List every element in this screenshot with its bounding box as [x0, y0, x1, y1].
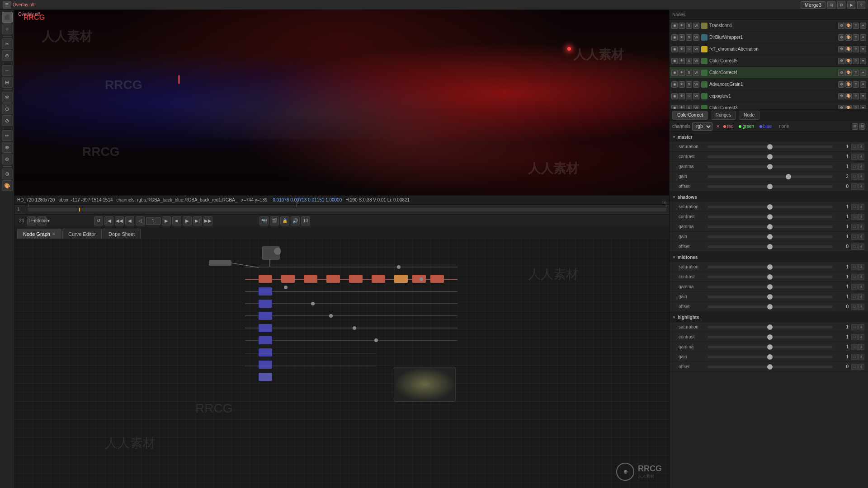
node-solo-btn-4[interactable]: S: [686, 70, 692, 76]
tool-eye[interactable]: ⊙: [2, 103, 13, 114]
node-solo-btn-7[interactable]: S: [686, 105, 692, 110]
node-row-dirblur[interactable]: ◉ 👁 S W DirBlurWrapper1 ⚙ 🎨 ? ▾: [670, 32, 868, 43]
shadows-sat-slider[interactable]: [708, 206, 832, 208]
next-frame-btn[interactable]: ▶|: [193, 216, 202, 225]
node-active-toggle-0[interactable]: ◉: [671, 23, 678, 29]
node-color-pick-0[interactable]: 🎨: [845, 23, 852, 29]
node-settings-0[interactable]: ⚙: [838, 23, 844, 29]
node-settings-4[interactable]: ⚙: [838, 70, 844, 76]
master-con-slider[interactable]: [708, 155, 832, 158]
h2-b2[interactable]: 4: [858, 344, 864, 350]
node-settings-7[interactable]: ⚙: [838, 105, 844, 110]
master-sat-sw1[interactable]: □: [851, 144, 858, 150]
master-sat-sw2[interactable]: 4: [858, 144, 864, 150]
node-pass-btn-1[interactable]: W: [693, 34, 699, 41]
hi-sat-slider[interactable]: [708, 326, 832, 328]
audio-btn[interactable]: 🔊: [291, 216, 300, 225]
cc-tab-colorcorrect[interactable]: ColorCorrect: [672, 111, 708, 120]
node-help-7[interactable]: ?: [853, 105, 859, 110]
tool-pen[interactable]: ✏: [2, 130, 13, 141]
node-row-grain[interactable]: ◉ 👁 S W AdvancedGrain1 ⚙ 🎨 ? ▾: [670, 79, 868, 90]
master-gam-sw2[interactable]: 4: [858, 164, 864, 170]
tool-cut[interactable]: ✂: [2, 38, 13, 49]
node-active-toggle-4[interactable]: ◉: [671, 70, 678, 76]
s3-b2[interactable]: 4: [858, 234, 864, 240]
node-pass-btn-4[interactable]: W: [693, 70, 699, 76]
h4-b1[interactable]: □: [851, 364, 858, 370]
m2-b2[interactable]: 4: [858, 284, 864, 290]
h1-b1[interactable]: □: [851, 334, 858, 340]
frame-input[interactable]: [146, 217, 160, 225]
settings-icon[interactable]: ⚙: [837, 1, 845, 9]
s3-b1[interactable]: □: [851, 234, 858, 240]
h3-b2[interactable]: 4: [858, 354, 864, 360]
node-active-toggle-5[interactable]: ◉: [671, 81, 678, 88]
tool-grid[interactable]: ⊞: [2, 77, 13, 88]
node-settings-2[interactable]: ⚙: [838, 46, 844, 52]
node-expand-1[interactable]: ▾: [860, 34, 866, 41]
h4-b2[interactable]: 4: [858, 364, 864, 370]
m4-b2[interactable]: 4: [858, 304, 864, 310]
tool-move[interactable]: ↔: [2, 65, 13, 76]
tool-select[interactable]: ⬛: [2, 12, 13, 23]
node-expand-2[interactable]: ▾: [860, 46, 866, 52]
node-solo-btn-6[interactable]: S: [686, 93, 692, 99]
s1-b2[interactable]: 4: [858, 214, 864, 220]
s1-b1[interactable]: □: [851, 214, 858, 220]
master-con-sw2[interactable]: 4: [858, 154, 864, 160]
node-settings-1[interactable]: ⚙: [838, 34, 844, 41]
node-settings-5[interactable]: ⚙: [838, 81, 844, 88]
s0-b1[interactable]: □: [851, 204, 858, 210]
master-gain-slider[interactable]: [708, 175, 832, 178]
hi-offset-slider[interactable]: [708, 366, 832, 368]
mid-sat-slider[interactable]: [708, 266, 832, 268]
loop-btn[interactable]: ↺: [94, 216, 103, 225]
node-expand-7[interactable]: ▾: [860, 105, 866, 110]
channel-badge-blue[interactable]: blue: [758, 123, 774, 129]
node-view-btn-4[interactable]: 👁: [679, 70, 685, 76]
hi-gain-slider[interactable]: [708, 356, 832, 358]
s0-b2[interactable]: 4: [858, 204, 864, 210]
s2-b2[interactable]: 4: [858, 224, 864, 230]
node-row-cc4[interactable]: ◉ 👁 S W ColorCorrect4 ⚙ 🎨 ? ▾: [670, 67, 868, 79]
master-gam-sw1[interactable]: □: [851, 164, 858, 170]
node-pass-btn-2[interactable]: W: [693, 46, 699, 52]
shadows-gain-slider[interactable]: [708, 235, 832, 238]
s4-b2[interactable]: 4: [858, 244, 864, 250]
render-icon[interactable]: ▶: [847, 1, 855, 9]
node-pass-btn-3[interactable]: W: [693, 58, 699, 64]
node-settings-6[interactable]: ⚙: [838, 93, 844, 99]
node-row-transform1[interactable]: ◉ 👁 S W Transform1 ⚙ 🎨 ? ▾: [670, 20, 868, 32]
global-dropdown[interactable]: Global ▾: [38, 216, 47, 225]
m1-b2[interactable]: 4: [858, 274, 864, 280]
node-help-1[interactable]: ?: [853, 34, 859, 41]
channel-badge-green[interactable]: green: [737, 123, 756, 129]
node-expand-6[interactable]: ▾: [860, 93, 866, 99]
h0-b1[interactable]: □: [851, 324, 858, 330]
node-solo-btn-0[interactable]: S: [686, 23, 692, 29]
render-still-btn[interactable]: 📷: [259, 216, 269, 225]
node-row-cc5[interactable]: ◉ 👁 S W ColorCorrect5 ⚙ 🎨 ? ▾: [670, 55, 868, 67]
node-color-pick-2[interactable]: 🎨: [845, 46, 852, 52]
master-offset-sw1[interactable]: □: [851, 183, 858, 190]
s2-b1[interactable]: □: [851, 224, 858, 230]
master-gain-sw2[interactable]: 4: [858, 174, 864, 180]
h2-b1[interactable]: □: [851, 344, 858, 350]
cc-expand-btn[interactable]: ⊞: [852, 123, 858, 130]
node-view-btn-3[interactable]: 👁: [679, 58, 685, 64]
cc-section-highlights-header[interactable]: ▼ highlights: [670, 312, 868, 322]
node-help-0[interactable]: ?: [853, 23, 859, 29]
node-help-2[interactable]: ?: [853, 46, 859, 52]
node-help-5[interactable]: ?: [853, 81, 859, 88]
m0-b2[interactable]: 4: [858, 264, 864, 270]
node-color-pick-6[interactable]: 🎨: [845, 93, 852, 99]
cc-channels-select[interactable]: rgb: [692, 122, 712, 131]
render-range-btn[interactable]: 🎬: [270, 216, 279, 225]
tool-gear[interactable]: ⚙: [2, 169, 13, 179]
h3-b1[interactable]: □: [851, 354, 858, 360]
lock-btn[interactable]: 🔒: [280, 216, 289, 225]
node-view-btn-2[interactable]: 👁: [679, 46, 685, 52]
cc-section-master-header[interactable]: ▼ master: [670, 132, 868, 142]
node-pass-btn-5[interactable]: W: [693, 81, 699, 88]
tab-node-graph[interactable]: Node Graph ✕: [17, 229, 61, 239]
